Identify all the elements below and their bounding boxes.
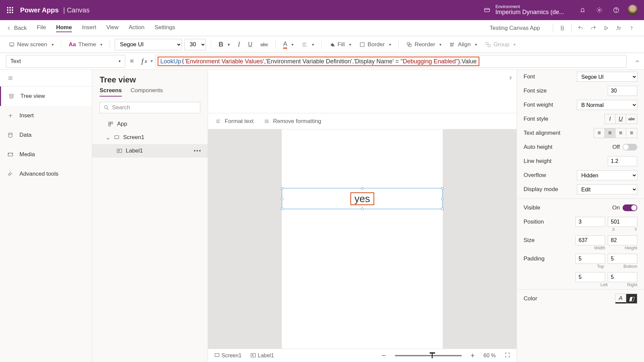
prop-size-h[interactable] [608,235,637,245]
tree-tab-components[interactable]: Components [130,87,163,97]
menu-settings[interactable]: Settings [155,24,175,32]
settings-icon[interactable] [591,7,608,13]
nav-tree-view[interactable]: Tree view [0,86,92,106]
formula-input[interactable]: LookUp('Environment Variable Values','En… [155,55,627,68]
status-label[interactable]: Label1 [250,352,274,359]
underline-button[interactable]: U [246,40,255,49]
property-select[interactable]: Text▾ [6,55,125,68]
prop-position-label: Position [524,219,544,225]
share-icon[interactable] [612,25,625,31]
app-checker-icon[interactable] [556,25,569,31]
tree-tab-screens[interactable]: Screens [100,87,122,97]
help-icon[interactable] [608,7,625,13]
zoom-out-icon[interactable]: − [382,351,386,360]
svg-rect-10 [409,44,411,47]
status-screen[interactable]: Screen1 [214,352,241,359]
selected-control-label1[interactable]: yes [282,188,443,209]
environment-icon[interactable] [479,7,495,13]
group-button[interactable]: Group [482,40,518,49]
prop-padding-right[interactable] [608,272,637,282]
menu-view[interactable]: View [106,24,119,32]
prop-lineheight-input[interactable] [608,156,637,166]
zoom-slider[interactable] [395,355,462,356]
prop-autoheight-toggle[interactable] [623,144,637,150]
app-launcher[interactable] [0,7,20,13]
theme-button[interactable]: AaTheme [66,40,105,49]
svg-point-17 [104,106,107,109]
back-button[interactable]: Back [6,25,27,32]
hamburger-icon[interactable] [0,70,92,86]
align-button[interactable]: Align [447,40,480,49]
prop-size-w[interactable] [576,235,605,245]
menu-action[interactable]: Action [129,24,145,32]
font-family-select[interactable]: Segoe UI [115,39,182,50]
prop-font-label: Font [524,73,535,80]
help2-icon[interactable] [625,25,638,31]
fx-icon[interactable]: fx [139,57,155,65]
product-area: | Canvas [61,6,90,14]
bold-button[interactable]: B [216,39,232,50]
remove-formatting-button[interactable]: Remove formatting [264,118,321,125]
prop-displaymode-select[interactable]: Edit [577,184,637,194]
nav-media[interactable]: Media [0,145,92,164]
new-screen-button[interactable]: New screen [6,40,56,49]
zoom-in-icon[interactable]: + [471,351,475,360]
svg-point-15 [9,133,12,134]
canvas-artboard[interactable]: yes [282,129,443,349]
svg-rect-19 [111,122,113,124]
prop-fontsize-input[interactable] [608,86,637,96]
tree-node-app[interactable]: App [92,117,208,131]
app-name-label: Testing Canvas App [490,25,540,32]
svg-rect-11 [451,43,454,44]
prop-fontweight-select[interactable]: B Normal [577,100,637,110]
menu-home[interactable]: Home [56,24,72,32]
label1-value: yes [351,192,374,205]
notifications-icon[interactable] [574,7,591,13]
reorder-button[interactable]: Reorder [404,40,444,49]
strike-button[interactable]: abc [258,41,271,49]
collapse-right-icon[interactable] [504,70,517,86]
tree-node-screen1[interactable]: ⌄Screen1 [92,131,208,144]
equals-sign: = [125,57,139,65]
fill-button[interactable]: Fill [326,40,354,49]
nav-insert[interactable]: Insert [0,106,92,125]
menu-insert[interactable]: Insert [82,24,96,32]
font-color-button[interactable]: A [280,39,296,50]
redo-icon[interactable] [587,25,600,31]
tree-search-input[interactable]: Search [100,102,200,113]
prop-visible-toggle[interactable] [623,204,637,211]
prop-position-y[interactable] [608,217,637,227]
font-size-select[interactable]: 30 [184,39,206,50]
tree-node-more-icon[interactable]: ••• [194,147,202,154]
prop-position-x[interactable] [576,217,605,227]
nav-data[interactable]: Data [0,125,92,145]
border-button[interactable]: Border [357,40,394,49]
prop-padding-label: Padding [524,255,544,262]
svg-rect-20 [109,124,110,126]
expand-formula-icon[interactable] [631,58,644,64]
prop-textalign-buttons[interactable]: ≡≡≡≡ [594,128,637,138]
format-text-button[interactable]: Format text [215,118,254,125]
prop-fontweight-label: Font weight [524,102,553,108]
tree-node-label1[interactable]: Label1••• [92,144,208,158]
fit-screen-icon[interactable] [504,352,511,359]
prop-padding-top[interactable] [576,254,605,264]
prop-overflow-select[interactable]: Hidden [577,170,637,180]
play-icon[interactable] [600,25,612,31]
user-avatar[interactable] [627,5,638,15]
prop-font-select[interactable]: Segoe UI [577,72,637,82]
prop-fontstyle-buttons[interactable]: IUabc [604,114,637,124]
prop-color-buttons[interactable]: A◧ [615,294,637,304]
prop-padding-left[interactable] [576,272,605,282]
prop-visible-label: Visible [524,204,540,211]
undo-icon[interactable] [574,25,587,31]
nav-advanced-tools[interactable]: Advanced tools [0,164,92,184]
prop-padding-bottom[interactable] [608,254,637,264]
svg-point-5 [632,29,632,29]
prop-fontsize-label: Font size [524,87,547,94]
text-align-button[interactable] [299,40,317,49]
svg-rect-0 [484,8,489,12]
environment-picker[interactable]: Environment Imperium Dynamics (de... [495,4,564,16]
italic-button[interactable]: I [235,39,243,50]
menu-file[interactable]: File [37,24,46,32]
